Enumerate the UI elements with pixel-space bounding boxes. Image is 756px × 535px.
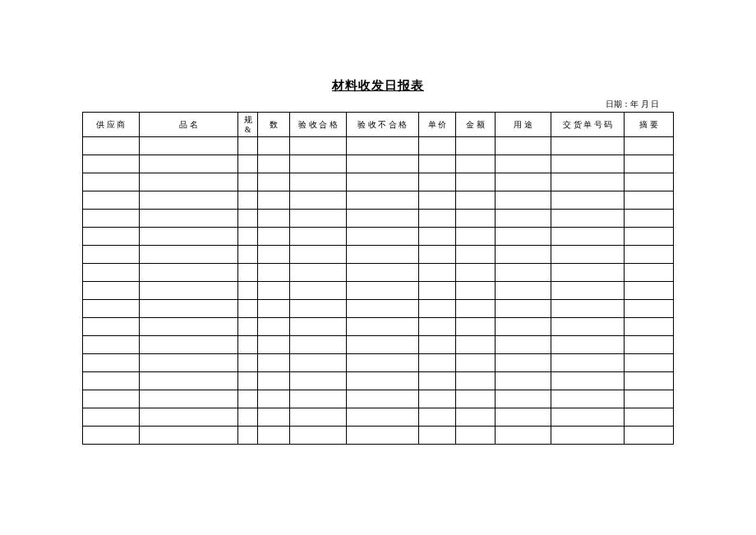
table-cell <box>551 427 624 445</box>
table-cell <box>456 336 495 354</box>
table-cell <box>83 210 140 228</box>
table-cell <box>418 300 455 318</box>
table-cell <box>238 354 258 372</box>
table-cell <box>289 155 346 173</box>
table-cell <box>238 246 258 264</box>
table-cell <box>258 408 290 427</box>
table-cell <box>258 354 290 372</box>
table-cell <box>456 372 495 390</box>
table-cell <box>258 173 290 191</box>
table-cell <box>258 318 290 336</box>
table-cell <box>551 390 624 408</box>
table-cell <box>346 300 418 318</box>
table-cell <box>83 264 140 282</box>
table-cell <box>139 155 238 173</box>
table-cell <box>495 300 551 318</box>
table-cell <box>495 246 551 264</box>
table-cell <box>83 336 140 354</box>
table-cell <box>418 210 455 228</box>
table-cell <box>83 318 140 336</box>
table-cell <box>418 336 455 354</box>
table-cell <box>258 282 290 300</box>
table-cell <box>551 300 624 318</box>
table-cell <box>418 264 455 282</box>
table-cell <box>624 137 673 155</box>
table-cell <box>289 390 346 408</box>
table-cell <box>258 390 290 408</box>
table-cell <box>495 264 551 282</box>
table-cell <box>495 210 551 228</box>
table-cell <box>139 408 238 427</box>
table-cell <box>83 390 140 408</box>
table-cell <box>418 390 455 408</box>
table-cell <box>495 173 551 191</box>
table-cell <box>83 300 140 318</box>
table-cell <box>346 155 418 173</box>
table-cell <box>624 246 673 264</box>
table-cell <box>456 137 495 155</box>
table-cell <box>83 282 140 300</box>
header-purpose: 用 途 <box>495 113 551 137</box>
table-cell <box>346 390 418 408</box>
table-cell <box>495 191 551 210</box>
table-row <box>83 318 674 336</box>
table-cell <box>418 427 455 445</box>
table-cell <box>139 137 238 155</box>
table-cell <box>258 427 290 445</box>
header-summary: 摘 要 <box>624 113 673 137</box>
table-cell <box>456 300 495 318</box>
table-cell <box>551 191 624 210</box>
table-cell <box>238 264 258 282</box>
table-cell <box>624 336 673 354</box>
table-cell <box>238 318 258 336</box>
table-cell <box>139 354 238 372</box>
table-cell <box>418 318 455 336</box>
table-cell <box>456 354 495 372</box>
table-cell <box>258 372 290 390</box>
table-cell <box>139 336 238 354</box>
table-body <box>83 137 674 445</box>
table-cell <box>289 408 346 427</box>
table-cell <box>624 228 673 246</box>
table-cell <box>139 282 238 300</box>
table-cell <box>139 300 238 318</box>
table-cell <box>495 354 551 372</box>
table-row <box>83 210 674 228</box>
table-cell <box>238 228 258 246</box>
table-cell <box>139 427 238 445</box>
table-cell <box>289 282 346 300</box>
table-cell <box>495 155 551 173</box>
table-cell <box>139 372 238 390</box>
header-fail: 验 收 不 合 格 <box>346 113 418 137</box>
table-cell <box>624 318 673 336</box>
table-cell <box>456 173 495 191</box>
table-cell <box>456 246 495 264</box>
table-cell <box>289 228 346 246</box>
table-cell <box>495 228 551 246</box>
table-cell <box>495 137 551 155</box>
table-cell <box>418 246 455 264</box>
header-spec-line1: 规 <box>244 115 252 124</box>
table-cell <box>258 155 290 173</box>
table-cell <box>624 210 673 228</box>
table-cell <box>551 318 624 336</box>
table-cell <box>289 173 346 191</box>
table-cell <box>139 228 238 246</box>
table-cell <box>456 210 495 228</box>
table-cell <box>83 137 140 155</box>
report-table: 供 应 商 品 名 规 & 数 验 收 合 格 验 收 不 合 格 单 价 金 … <box>82 112 674 445</box>
table-cell <box>289 210 346 228</box>
table-cell <box>83 372 140 390</box>
table-cell <box>289 427 346 445</box>
table-cell <box>289 264 346 282</box>
table-cell <box>289 318 346 336</box>
table-cell <box>456 390 495 408</box>
table-cell <box>83 173 140 191</box>
table-cell <box>238 137 258 155</box>
table-cell <box>238 173 258 191</box>
table-cell <box>456 427 495 445</box>
table-cell <box>238 282 258 300</box>
table-cell <box>238 372 258 390</box>
table-cell <box>551 282 624 300</box>
table-row <box>83 282 674 300</box>
